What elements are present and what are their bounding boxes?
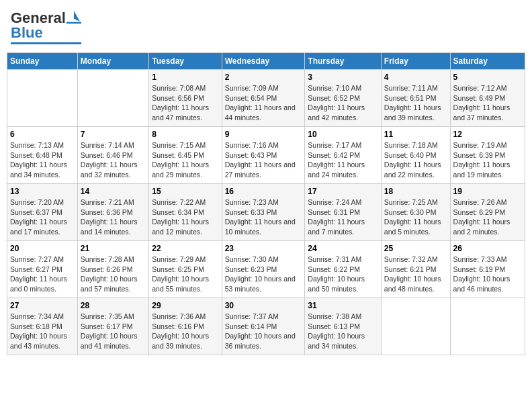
day-cell: 9Sunrise: 7:16 AM Sunset: 6:43 PM Daylig… [222, 127, 305, 184]
day-number: 23 [225, 244, 302, 253]
day-number: 1 [152, 73, 218, 82]
day-content: Sunrise: 7:31 AM Sunset: 6:22 PM Dayligh… [308, 255, 378, 294]
calendar-table: SundayMondayTuesdayWednesdayThursdayFrid… [7, 52, 525, 355]
week-row-1: 1Sunrise: 7:08 AM Sunset: 6:56 PM Daylig… [7, 70, 525, 127]
day-number: 19 [453, 187, 522, 196]
col-header-monday: Monday [77, 53, 148, 70]
day-number: 24 [308, 244, 378, 253]
day-number: 11 [384, 130, 447, 139]
day-cell: 2Sunrise: 7:09 AM Sunset: 6:54 PM Daylig… [222, 70, 305, 127]
day-cell: 31Sunrise: 7:38 AM Sunset: 6:13 PM Dayli… [305, 298, 382, 355]
day-number: 25 [384, 244, 447, 253]
logo: General Blue [11, 9, 81, 44]
day-number: 3 [308, 73, 378, 82]
day-content: Sunrise: 7:37 AM Sunset: 6:14 PM Dayligh… [225, 312, 302, 351]
day-number: 4 [384, 73, 447, 82]
day-cell: 14Sunrise: 7:21 AM Sunset: 6:36 PM Dayli… [77, 184, 148, 241]
day-number: 28 [81, 301, 146, 310]
day-content: Sunrise: 7:33 AM Sunset: 6:19 PM Dayligh… [453, 255, 522, 294]
day-number: 2 [225, 73, 302, 82]
logo-blue: Blue [11, 24, 43, 42]
col-header-saturday: Saturday [450, 53, 525, 70]
day-content: Sunrise: 7:15 AM Sunset: 6:45 PM Dayligh… [152, 140, 218, 180]
day-number: 31 [308, 301, 378, 310]
svg-marker-0 [74, 11, 80, 21]
day-cell: 20Sunrise: 7:27 AM Sunset: 6:27 PM Dayli… [7, 241, 78, 298]
day-cell: 4Sunrise: 7:11 AM Sunset: 6:51 PM Daylig… [381, 70, 450, 127]
day-content: Sunrise: 7:13 AM Sunset: 6:48 PM Dayligh… [10, 140, 75, 180]
day-cell [77, 70, 148, 127]
day-number: 29 [152, 301, 218, 310]
day-cell: 26Sunrise: 7:33 AM Sunset: 6:19 PM Dayli… [450, 241, 525, 298]
day-cell: 22Sunrise: 7:29 AM Sunset: 6:25 PM Dayli… [149, 241, 222, 298]
day-number: 20 [10, 244, 75, 253]
day-content: Sunrise: 7:29 AM Sunset: 6:25 PM Dayligh… [152, 255, 218, 294]
day-number: 18 [384, 187, 447, 196]
day-number: 15 [152, 187, 218, 196]
day-number: 10 [308, 130, 378, 139]
day-content: Sunrise: 7:30 AM Sunset: 6:23 PM Dayligh… [225, 255, 302, 294]
day-content: Sunrise: 7:12 AM Sunset: 6:49 PM Dayligh… [453, 83, 522, 123]
day-cell: 6Sunrise: 7:13 AM Sunset: 6:48 PM Daylig… [7, 127, 78, 184]
day-number: 8 [152, 130, 218, 139]
day-cell: 10Sunrise: 7:17 AM Sunset: 6:42 PM Dayli… [305, 127, 382, 184]
col-header-friday: Friday [381, 53, 450, 70]
col-header-thursday: Thursday [305, 53, 382, 70]
day-number: 13 [10, 187, 75, 196]
day-number: 27 [10, 301, 75, 310]
day-cell [381, 298, 450, 355]
logo-underline [11, 42, 81, 44]
day-content: Sunrise: 7:16 AM Sunset: 6:43 PM Dayligh… [225, 140, 302, 180]
day-cell: 27Sunrise: 7:34 AM Sunset: 6:18 PM Dayli… [7, 298, 78, 355]
day-cell: 16Sunrise: 7:23 AM Sunset: 6:33 PM Dayli… [222, 184, 305, 241]
day-cell [450, 298, 525, 355]
day-content: Sunrise: 7:24 AM Sunset: 6:31 PM Dayligh… [308, 197, 378, 237]
day-content: Sunrise: 7:23 AM Sunset: 6:33 PM Dayligh… [225, 197, 302, 237]
header-row: SundayMondayTuesdayWednesdayThursdayFrid… [7, 53, 525, 70]
day-content: Sunrise: 7:26 AM Sunset: 6:29 PM Dayligh… [453, 197, 522, 237]
day-content: Sunrise: 7:32 AM Sunset: 6:21 PM Dayligh… [384, 255, 447, 294]
day-content: Sunrise: 7:11 AM Sunset: 6:51 PM Dayligh… [384, 83, 447, 123]
day-content: Sunrise: 7:10 AM Sunset: 6:52 PM Dayligh… [308, 83, 378, 123]
day-content: Sunrise: 7:19 AM Sunset: 6:39 PM Dayligh… [453, 140, 522, 180]
day-number: 17 [308, 187, 378, 196]
day-content: Sunrise: 7:14 AM Sunset: 6:46 PM Dayligh… [81, 140, 146, 180]
day-cell: 5Sunrise: 7:12 AM Sunset: 6:49 PM Daylig… [450, 70, 525, 127]
day-content: Sunrise: 7:22 AM Sunset: 6:34 PM Dayligh… [152, 197, 218, 237]
day-number: 22 [152, 244, 218, 253]
col-header-tuesday: Tuesday [149, 53, 222, 70]
day-content: Sunrise: 7:17 AM Sunset: 6:42 PM Dayligh… [308, 140, 378, 180]
day-cell: 1Sunrise: 7:08 AM Sunset: 6:56 PM Daylig… [149, 70, 222, 127]
day-content: Sunrise: 7:25 AM Sunset: 6:30 PM Dayligh… [384, 197, 447, 237]
day-content: Sunrise: 7:35 AM Sunset: 6:17 PM Dayligh… [81, 312, 146, 351]
week-row-3: 13Sunrise: 7:20 AM Sunset: 6:37 PM Dayli… [7, 184, 525, 241]
day-cell: 3Sunrise: 7:10 AM Sunset: 6:52 PM Daylig… [305, 70, 382, 127]
day-content: Sunrise: 7:18 AM Sunset: 6:40 PM Dayligh… [384, 140, 447, 180]
day-cell: 18Sunrise: 7:25 AM Sunset: 6:30 PM Dayli… [381, 184, 450, 241]
day-number: 30 [225, 301, 302, 310]
day-cell: 30Sunrise: 7:37 AM Sunset: 6:14 PM Dayli… [222, 298, 305, 355]
day-content: Sunrise: 7:27 AM Sunset: 6:27 PM Dayligh… [10, 255, 75, 294]
day-content: Sunrise: 7:38 AM Sunset: 6:13 PM Dayligh… [308, 312, 378, 351]
day-cell: 29Sunrise: 7:36 AM Sunset: 6:16 PM Dayli… [149, 298, 222, 355]
day-number: 6 [10, 130, 75, 139]
day-cell: 17Sunrise: 7:24 AM Sunset: 6:31 PM Dayli… [305, 184, 382, 241]
day-number: 14 [81, 187, 146, 196]
day-cell: 12Sunrise: 7:19 AM Sunset: 6:39 PM Dayli… [450, 127, 525, 184]
day-cell: 13Sunrise: 7:20 AM Sunset: 6:37 PM Dayli… [7, 184, 78, 241]
day-cell [7, 70, 78, 127]
day-content: Sunrise: 7:28 AM Sunset: 6:26 PM Dayligh… [81, 255, 146, 294]
day-number: 5 [453, 73, 522, 82]
day-content: Sunrise: 7:34 AM Sunset: 6:18 PM Dayligh… [10, 312, 75, 351]
day-content: Sunrise: 7:08 AM Sunset: 6:56 PM Dayligh… [152, 83, 218, 123]
day-cell: 7Sunrise: 7:14 AM Sunset: 6:46 PM Daylig… [77, 127, 148, 184]
day-content: Sunrise: 7:21 AM Sunset: 6:36 PM Dayligh… [81, 197, 146, 237]
day-cell: 11Sunrise: 7:18 AM Sunset: 6:40 PM Dayli… [381, 127, 450, 184]
day-cell: 24Sunrise: 7:31 AM Sunset: 6:22 PM Dayli… [305, 241, 382, 298]
day-cell: 15Sunrise: 7:22 AM Sunset: 6:34 PM Dayli… [149, 184, 222, 241]
week-row-4: 20Sunrise: 7:27 AM Sunset: 6:27 PM Dayli… [7, 241, 525, 298]
logo-icon [66, 9, 81, 24]
day-cell: 28Sunrise: 7:35 AM Sunset: 6:17 PM Dayli… [77, 298, 148, 355]
week-row-2: 6Sunrise: 7:13 AM Sunset: 6:48 PM Daylig… [7, 127, 525, 184]
day-cell: 21Sunrise: 7:28 AM Sunset: 6:26 PM Dayli… [77, 241, 148, 298]
